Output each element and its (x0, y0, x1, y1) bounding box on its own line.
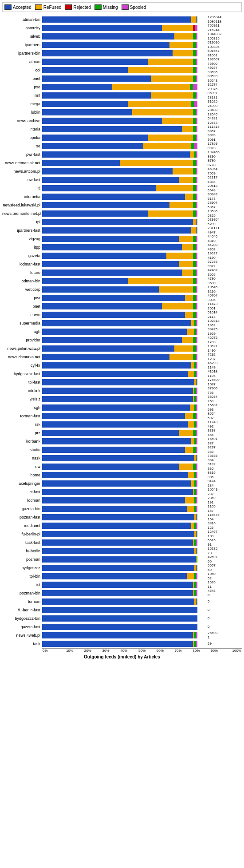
bar-values: 114732501 (206, 302, 242, 310)
bar-spooled (196, 151, 198, 158)
x-tick-0: 0% (42, 649, 61, 653)
bar-accepted (42, 598, 194, 605)
bar-accepted (42, 168, 173, 174)
bar-group (42, 624, 206, 630)
bar-label: futuro (2, 270, 42, 275)
table-row: newsfeed.lukawski.pl 289045867 (2, 201, 242, 209)
bar-label: news.netmaniak.net (2, 161, 42, 165)
bar-group (42, 632, 206, 638)
bar-label: se (2, 144, 42, 148)
table-row: ict-fast 15049237 (2, 488, 242, 496)
bar-spooled (196, 236, 198, 242)
bar-values: 551591 (206, 538, 242, 547)
bar-group (42, 480, 206, 487)
bar-group (42, 430, 206, 436)
bar-values: 1028181962 (206, 319, 242, 327)
bar-accepted (42, 16, 191, 23)
bar-accepted (42, 354, 169, 360)
table-row: gazeta 196274190 (2, 252, 242, 260)
bar-refused (179, 464, 193, 470)
x-tick-10: 10% (61, 649, 79, 653)
bar-label: lodman (2, 498, 42, 503)
bar-values: 29 (206, 642, 242, 646)
bar-missing (197, 556, 197, 563)
x-axis-label: Outgoing feeds (innfeed) by Articles (2, 654, 242, 659)
bar-label: tpi (2, 220, 42, 224)
bar-group (42, 464, 206, 470)
bar-label: bydgoszcz-bin (2, 616, 42, 621)
bar-accepted (42, 523, 191, 529)
table-row: ipartners-fast 2311714947 (2, 226, 242, 234)
bar-group (42, 194, 206, 200)
bar-spooled (196, 388, 198, 394)
table-row: task 29 (2, 640, 242, 648)
bar-label: ict (2, 583, 42, 587)
x-tick-20: 20% (79, 649, 97, 653)
bar-label: pse (2, 85, 42, 89)
bar-spooled (197, 565, 197, 571)
bar-group (42, 506, 206, 512)
bar-group (42, 590, 206, 596)
bar-missing (193, 160, 196, 166)
bar-label: gazeta (2, 254, 42, 258)
table-row: news.chmurka.net 72921237 (2, 353, 242, 361)
bar-missing (193, 118, 196, 124)
bar-spooled (196, 421, 198, 428)
bar-values: 420751703 (206, 336, 242, 344)
bar-accepted (42, 210, 148, 217)
bar-refused (185, 194, 193, 200)
table-row: rsk 11743492 (2, 420, 242, 428)
x-tick-30: 30% (97, 649, 115, 653)
table-row: silveb 1044932165315 (2, 32, 242, 40)
bar-accepted (42, 270, 182, 276)
bar-accepted (42, 261, 179, 267)
x-tick-40: 40% (115, 649, 133, 653)
bar-group (42, 84, 206, 90)
bar-values: 5428112573 (206, 116, 242, 125)
bar-refused (162, 118, 193, 124)
bar-group (42, 447, 206, 453)
bar-refused (174, 33, 193, 40)
table-row: pse 3227429376 (2, 83, 242, 91)
bar-values: 3816125 (206, 521, 242, 530)
chart-container: Accepted ReFused Rejected Missing Spoole… (0, 0, 244, 662)
bar-group (42, 185, 206, 191)
bar-values: 163511 (206, 580, 242, 589)
bar-label: itl (2, 186, 42, 190)
bar-accepted (42, 421, 188, 428)
bar-missing (193, 202, 196, 208)
bar-refused (185, 312, 193, 318)
bar-missing (193, 126, 196, 132)
bar-group (42, 118, 206, 124)
table-row: supermedia 1028181962 (2, 319, 242, 327)
bar-values: 1044932165315 (206, 32, 242, 40)
table-row: news.pekin.waw.pl 106211490 (2, 345, 242, 353)
bar-accepted (42, 337, 182, 343)
bar-values: 613010100335 (206, 40, 242, 49)
bar-group (42, 556, 206, 563)
bar-values: 8654502 (206, 412, 242, 420)
bar-missing (193, 337, 196, 343)
table-row: interia 1113159867 (2, 125, 242, 133)
bar-spooled (196, 160, 198, 166)
bar-missing (193, 50, 196, 56)
bar-label: news.4web.pl (2, 633, 42, 638)
bar-accepted (42, 177, 179, 183)
bar-label: tpi-fast (2, 380, 42, 384)
bar-refused (151, 75, 193, 82)
table-row: lodman-bin 47803500 (2, 277, 242, 285)
bar-values: 1528578 (206, 547, 242, 555)
bar-accepted (42, 185, 156, 191)
bar-accepted (42, 531, 194, 537)
bar-values: 755921216244 (206, 24, 242, 32)
bar-values: 178598973 (206, 142, 242, 150)
table-row: ipartners 613010100335 (2, 41, 242, 49)
bar-missing (193, 177, 196, 183)
bar-label: onet (2, 76, 42, 81)
bar-group (42, 303, 206, 309)
table-row: zigzag 440404310 (2, 235, 242, 243)
bar-values: 1756991087 (206, 378, 242, 386)
bar-group (42, 253, 206, 259)
bar-values: 12467100 (206, 530, 242, 538)
bar-values: 8699728181 (206, 91, 242, 99)
